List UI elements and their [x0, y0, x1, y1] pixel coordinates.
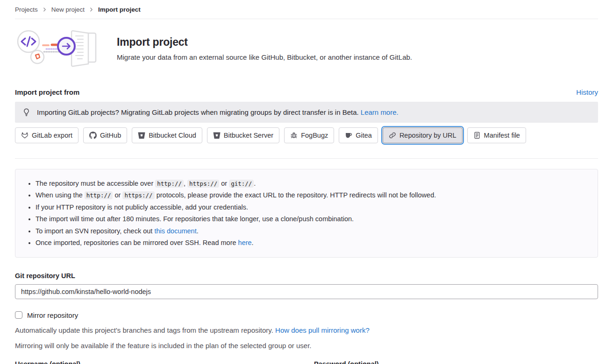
breadcrumb: Projects New project Import project	[15, 0, 598, 13]
history-link[interactable]: History	[576, 88, 598, 96]
info-bullet-text: .	[252, 239, 254, 246]
username-field-group: Username (optional)	[15, 360, 299, 364]
info-bullet-text: .	[197, 227, 199, 235]
git-repository-url-input[interactable]	[15, 284, 598, 299]
mirror-repository-row: Mirror repository	[15, 311, 598, 319]
protocol-code: https://	[187, 180, 219, 188]
mirror-help-text: Automatically update this project's bran…	[15, 326, 598, 334]
password-label: Password (optional)	[314, 360, 598, 364]
repository-url-info-box: The repository must be accessible over h…	[15, 169, 598, 258]
page-title: Import project	[117, 36, 412, 49]
chevron-right-icon	[89, 7, 94, 12]
info-bullet: When using the http:// or https:// proto…	[36, 190, 590, 200]
info-bullet-link[interactable]: this document	[154, 227, 196, 235]
mirror-repository-label[interactable]: Mirror repository	[27, 311, 78, 319]
import-source-button-manifest-file[interactable]: Manifest file	[467, 127, 526, 143]
info-bullet-text: .	[254, 180, 256, 187]
import-source-button-bitbucket-server[interactable]: Bitbucket Server	[207, 127, 279, 143]
chevron-right-icon	[42, 7, 47, 12]
pull-mirroring-link[interactable]: How does pull mirroring work?	[275, 326, 370, 334]
protocol-code: http://	[85, 191, 113, 199]
import-source-label: Bitbucket Cloud	[149, 131, 196, 140]
import-from-section-header: Import project from History	[15, 88, 598, 96]
info-bullet-text: protocols, please provide the exact URL …	[155, 191, 436, 199]
import-source-label: Manifest file	[484, 131, 520, 140]
import-project-page: Projects New project Import project	[0, 0, 613, 364]
lightbulb-icon	[22, 108, 30, 116]
info-bullet-text: or	[113, 191, 122, 199]
info-bullet: The import will time out after 180 minut…	[36, 214, 590, 224]
page-subtitle: Migrate your data from an external sourc…	[117, 53, 412, 61]
info-bullet-text: The repository must be accessible over	[36, 180, 155, 187]
info-bullet: To import an SVN repository, check out t…	[36, 226, 590, 236]
document-icon	[473, 132, 481, 139]
gitlab-icon	[21, 132, 29, 139]
bitbucket-icon	[213, 132, 221, 139]
import-source-button-gitea[interactable]: Gitea	[339, 127, 378, 143]
learn-more-link[interactable]: Learn more.	[361, 108, 399, 116]
import-source-label: Repository by URL	[399, 131, 456, 140]
breadcrumb-link-new-project[interactable]: New project	[51, 6, 85, 13]
import-source-label: FogBugz	[301, 131, 328, 140]
section-divider	[15, 158, 598, 159]
info-bullet-text: Once imported, repositories can be mirro…	[36, 239, 238, 246]
page-header-text: Import project Migrate your data from an…	[117, 36, 412, 61]
credentials-grid: Username (optional) Password (optional)	[15, 360, 598, 364]
info-bullet: The repository must be accessible over h…	[36, 179, 590, 189]
info-bullet-list: The repository must be accessible over h…	[23, 179, 590, 248]
import-source-buttons: GitLab exportGitHubBitbucket CloudBitbuc…	[15, 127, 598, 143]
github-icon	[89, 132, 97, 139]
bug-icon	[290, 132, 298, 139]
info-bullet: Once imported, repositories can be mirro…	[36, 238, 590, 248]
beta-banner-text: Importing GitLab projects? Migrating Git…	[37, 108, 399, 116]
mirror-help-message: Automatically update this project's bran…	[15, 326, 273, 334]
import-source-button-fogbugz[interactable]: FogBugz	[284, 127, 334, 143]
info-bullet-text: If your HTTP repository is not publicly …	[36, 203, 248, 211]
info-bullet: If your HTTP repository is not publicly …	[36, 203, 590, 212]
mirror-plan-note: Mirroring will only be available if the …	[15, 342, 598, 350]
breadcrumb-current-import-project: Import project	[98, 6, 141, 13]
bitbucket-icon	[138, 132, 145, 139]
beta-banner-message: Importing GitLab projects? Migrating Git…	[37, 108, 359, 116]
import-source-label: GitHub	[100, 131, 121, 140]
page-header: Import project Migrate your data from an…	[15, 28, 598, 70]
username-label: Username (optional)	[15, 360, 299, 364]
protocol-code: http://	[155, 180, 184, 188]
protocol-code: git://	[229, 180, 254, 188]
git-repository-url-label: Git repository URL	[15, 272, 598, 280]
import-source-button-repository-by-url[interactable]: Repository by URL	[383, 127, 463, 143]
password-field-group: Password (optional)	[314, 360, 598, 364]
link-icon	[389, 132, 396, 139]
import-source-label: GitLab export	[32, 131, 72, 140]
info-bullet-text: or	[219, 180, 229, 187]
info-bullet-text: ,	[184, 180, 187, 187]
import-source-label: Gitea	[356, 131, 372, 140]
info-bullet-text: To import an SVN repository, check out	[36, 227, 154, 235]
protocol-code: https://	[122, 191, 154, 199]
mirror-repository-checkbox[interactable]	[15, 311, 22, 319]
info-bullet-link[interactable]: here	[238, 239, 252, 246]
import-from-label: Import project from	[15, 88, 79, 96]
breadcrumb-link-projects[interactable]: Projects	[15, 6, 38, 13]
info-bullet-text: When using the	[36, 191, 85, 199]
gitea-icon	[345, 132, 352, 139]
import-source-label: Bitbucket Server	[224, 131, 273, 140]
import-illustration	[15, 28, 102, 70]
beta-banner: Importing GitLab projects? Migrating Git…	[15, 102, 598, 123]
import-source-button-github[interactable]: GitHub	[83, 127, 127, 143]
import-source-button-bitbucket-cloud[interactable]: Bitbucket Cloud	[132, 127, 202, 143]
import-source-button-gitlab-export[interactable]: GitLab export	[15, 127, 78, 143]
info-bullet-text: The import will time out after 180 minut…	[36, 215, 354, 223]
breadcrumb-divider	[15, 19, 598, 19]
